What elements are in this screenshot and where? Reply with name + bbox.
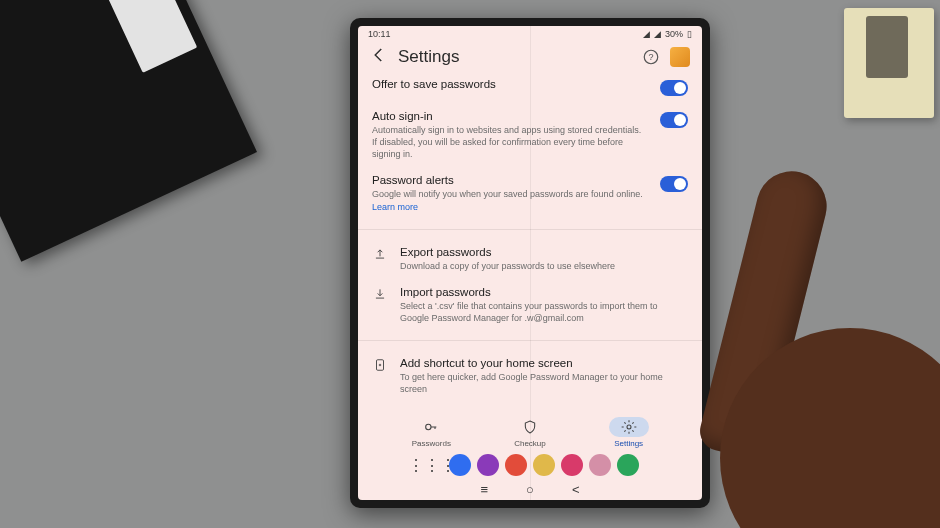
dock-app-instagram[interactable]: [561, 454, 583, 476]
dock-app-5[interactable]: [533, 454, 555, 476]
back-icon[interactable]: [370, 46, 388, 68]
galaxy-z-fold6-device: 10:11 ◢ ◢ 30% ▯ Settings ? Offer to save: [350, 18, 710, 508]
add-to-home-icon: [372, 357, 388, 372]
dock-apps-grid-icon[interactable]: ⋮⋮⋮: [421, 454, 443, 476]
tab-passwords[interactable]: Passwords: [411, 417, 451, 448]
dock-app-4[interactable]: [505, 454, 527, 476]
hardware-bracket-prop: [844, 8, 934, 118]
toggle-switch[interactable]: [660, 176, 688, 192]
status-signal-icon: ◢: [643, 29, 650, 39]
tab-settings[interactable]: Settings: [609, 417, 649, 448]
product-box-label: Galaxy Z Fold6: [0, 54, 7, 213]
account-avatar[interactable]: [670, 47, 690, 67]
dock-app-whatsapp[interactable]: [617, 454, 639, 476]
setting-title: Auto sign-in: [372, 110, 648, 122]
action-title: Import passwords: [400, 286, 688, 298]
key-icon: [423, 419, 439, 435]
upload-icon: [372, 246, 388, 261]
setting-title: Offer to save passwords: [372, 78, 648, 90]
box-sticker: [92, 0, 197, 73]
fold-crease: [530, 26, 531, 500]
action-title: Add shortcut to your home screen: [400, 357, 688, 369]
setting-subtitle: Automatically sign in to websites and ap…: [372, 124, 648, 160]
tab-label: Passwords: [412, 439, 451, 448]
action-title: Export passwords: [400, 246, 688, 258]
setting-title: Password alerts: [372, 174, 648, 186]
action-subtitle: Download a copy of your passwords to use…: [400, 260, 688, 272]
svg-point-3: [426, 424, 431, 429]
help-icon[interactable]: ?: [642, 48, 660, 66]
status-battery-text: 30%: [665, 29, 683, 39]
action-subtitle: To get here quicker, add Google Password…: [400, 371, 688, 395]
dock-app-viber[interactable]: [477, 454, 499, 476]
nav-back-icon[interactable]: <: [572, 482, 580, 497]
gear-icon: [621, 419, 637, 435]
page-title: Settings: [398, 47, 632, 67]
status-time: 10:11: [368, 29, 391, 39]
svg-text:?: ?: [648, 52, 653, 62]
learn-more-link[interactable]: Learn more: [372, 202, 418, 212]
dock-app-messages[interactable]: [449, 454, 471, 476]
dock-app-7[interactable]: [589, 454, 611, 476]
tab-label: Settings: [614, 439, 643, 448]
battery-icon: ▯: [687, 29, 692, 39]
setting-subtitle: Google will notify you when your saved p…: [372, 188, 648, 212]
svg-point-4: [627, 425, 631, 429]
status-signal-icon-2: ◢: [654, 29, 661, 39]
toggle-switch[interactable]: [660, 112, 688, 128]
product-box: Galaxy Z Fold6: [0, 0, 257, 262]
download-icon: [372, 286, 388, 301]
device-screen: 10:11 ◢ ◢ 30% ▯ Settings ? Offer to save: [358, 26, 702, 500]
action-subtitle: Select a '.csv' file that contains your …: [400, 300, 688, 324]
nav-recent-icon[interactable]: ≡: [480, 482, 488, 497]
toggle-switch[interactable]: [660, 80, 688, 96]
